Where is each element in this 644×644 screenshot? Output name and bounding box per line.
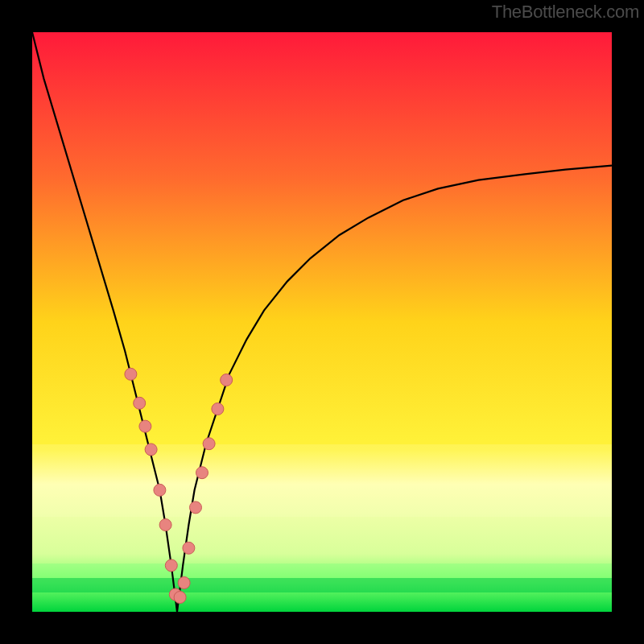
marker-point: [165, 559, 177, 572]
chart-canvas: [0, 0, 644, 644]
svg-rect-1: [32, 444, 612, 517]
marker-point: [178, 577, 190, 589]
marker-point: [203, 438, 215, 450]
marker-point: [183, 542, 195, 554]
marker-point: [174, 592, 186, 604]
marker-point: [212, 403, 224, 415]
svg-rect-3: [32, 578, 612, 592]
marker-point: [154, 484, 166, 496]
plot-background: [32, 32, 612, 612]
marker-point: [134, 397, 146, 409]
watermark: TheBottleneck.com: [492, 2, 639, 23]
marker-point: [139, 420, 151, 432]
marker-point: [190, 502, 202, 514]
svg-rect-2: [32, 564, 612, 578]
marker-point: [145, 444, 157, 456]
marker-point: [125, 368, 137, 380]
marker-point: [196, 467, 208, 479]
marker-point: [221, 374, 233, 386]
marker-point: [159, 519, 171, 531]
